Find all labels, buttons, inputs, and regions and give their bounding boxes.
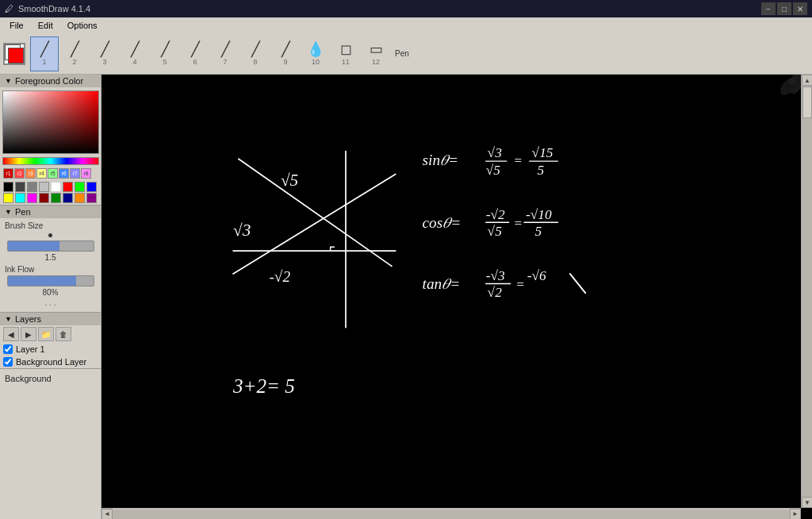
brush-size-slider[interactable] bbox=[7, 240, 94, 252]
tool-pen-4[interactable]: ╱ 4 bbox=[121, 37, 149, 71]
horizontal-scrollbar[interactable]: ◄ ► bbox=[102, 508, 801, 519]
hue-slider[interactable] bbox=[2, 157, 99, 165]
foreground-color-header[interactable]: ▼ Foreground Color bbox=[0, 75, 101, 87]
svg-line-8 bbox=[233, 175, 396, 275]
tool-dropper[interactable]: 💧 10 bbox=[301, 37, 330, 71]
close-button[interactable]: ✕ bbox=[793, 2, 807, 15]
layers-label: Layers bbox=[15, 314, 41, 324]
pen-icon-7: ╱ bbox=[221, 42, 230, 56]
minimize-button[interactable]: − bbox=[761, 2, 776, 15]
swatch-blue[interactable] bbox=[86, 182, 97, 192]
background-color-box[interactable] bbox=[8, 48, 24, 63]
tool-pen-3[interactable]: ╱ 3 bbox=[90, 37, 119, 71]
pen-icon-8: ╱ bbox=[251, 42, 260, 56]
ink-flow-label: Ink Flow bbox=[5, 265, 96, 274]
svg-text:tan𝜃=: tan𝜃= bbox=[423, 275, 461, 292]
named-swatch-r8[interactable]: r8 bbox=[81, 168, 91, 179]
layers-header[interactable]: ▼ Layers bbox=[0, 313, 101, 325]
swatch-purple[interactable] bbox=[86, 193, 97, 203]
layers-toolbar: ◀ ▶ 📁 🗑 bbox=[0, 325, 101, 343]
color-gradient-picker[interactable] bbox=[2, 90, 99, 154]
swatch-orange[interactable] bbox=[75, 193, 85, 203]
background-layer-item[interactable]: Background Layer bbox=[0, 356, 101, 368]
svg-text:-√6: -√6 bbox=[527, 268, 546, 283]
svg-text:5: 5 bbox=[534, 224, 542, 239]
brush-size-value: 1.5 bbox=[5, 253, 96, 262]
named-swatch-r2[interactable]: r2 bbox=[14, 168, 25, 179]
svg-text:-√2: -√2 bbox=[269, 268, 290, 285]
swatch-gray[interactable] bbox=[27, 182, 37, 192]
named-swatches: r1 r2 r3 r4 r5 r6 r7 r8 bbox=[0, 167, 101, 180]
swatch-dark-gray[interactable] bbox=[15, 182, 25, 192]
menubar: File Edit Options bbox=[0, 17, 812, 33]
named-swatch-r1[interactable]: r1 bbox=[3, 168, 13, 179]
color-selector[interactable] bbox=[3, 43, 25, 65]
svg-line-36 bbox=[570, 274, 585, 293]
color-swatches bbox=[0, 180, 101, 205]
layer-move-right-button[interactable]: ▶ bbox=[21, 327, 36, 341]
menu-file[interactable]: File bbox=[3, 19, 30, 32]
pen-icon-3: ╱ bbox=[101, 42, 109, 56]
swatch-magenta[interactable] bbox=[27, 193, 37, 203]
layer-1-visibility[interactable] bbox=[3, 344, 13, 354]
scroll-left-button[interactable]: ◄ bbox=[102, 509, 113, 520]
tool-pen-6[interactable]: ╱ 6 bbox=[181, 37, 209, 71]
tool-pen-7[interactable]: ╱ 7 bbox=[211, 37, 239, 71]
pen-icon-4: ╱ bbox=[131, 42, 140, 56]
swatch-dark-blue[interactable] bbox=[63, 193, 73, 203]
svg-text:=: = bbox=[514, 216, 522, 231]
background-label-area: Background bbox=[0, 369, 101, 385]
named-swatch-r3[interactable]: r3 bbox=[25, 168, 36, 179]
scroll-thumb-v[interactable] bbox=[802, 86, 812, 118]
swatch-yellow[interactable] bbox=[3, 193, 13, 203]
swatch-black[interactable] bbox=[3, 182, 13, 192]
layer-1-item[interactable]: Layer 1 bbox=[0, 343, 101, 356]
ink-flow-slider[interactable] bbox=[7, 275, 94, 286]
canvas-area[interactable]: √5 √3 -√2 sin𝜃= √3 √5 = √15 5 cos𝜃= -√2 bbox=[102, 75, 812, 519]
scroll-up-button[interactable]: ▲ bbox=[802, 75, 812, 86]
layer-move-left-button[interactable]: ◀ bbox=[3, 327, 19, 341]
swatch-dark-green[interactable] bbox=[51, 193, 61, 203]
svg-text:√5: √5 bbox=[486, 163, 501, 178]
named-swatch-r7[interactable]: r7 bbox=[70, 168, 80, 179]
pen-header[interactable]: ▼ Pen bbox=[0, 206, 101, 218]
tool-pen-5[interactable]: ╱ 5 bbox=[151, 37, 179, 71]
vertical-scrollbar[interactable]: ▲ ▼ bbox=[801, 75, 812, 508]
tool-pen-1[interactable]: ╱ 1 bbox=[30, 37, 59, 71]
menu-edit[interactable]: Edit bbox=[32, 19, 59, 32]
named-swatch-r5[interactable]: r5 bbox=[48, 168, 58, 179]
menu-options[interactable]: Options bbox=[61, 19, 104, 32]
arrow-icon: ▼ bbox=[5, 77, 12, 85]
drawing-svg: √5 √3 -√2 sin𝜃= √3 √5 = √15 5 cos𝜃= -√2 bbox=[102, 75, 812, 519]
tool-eraser[interactable]: ◻ 11 bbox=[331, 37, 360, 71]
main-area: ▼ Foreground Color r1 r2 r3 r4 r5 r6 r7 … bbox=[0, 75, 812, 519]
swatch-white[interactable] bbox=[51, 182, 61, 192]
background-label: Background bbox=[5, 374, 52, 383]
swatch-dark-red[interactable] bbox=[39, 193, 49, 203]
more-options-dots[interactable]: . . . bbox=[5, 298, 96, 307]
tool-pen-8[interactable]: ╱ 8 bbox=[241, 37, 270, 71]
foreground-color-section: ▼ Foreground Color r1 r2 r3 r4 r5 r6 r7 … bbox=[0, 75, 101, 206]
swatch-light-gray[interactable] bbox=[39, 182, 49, 192]
named-swatch-r4[interactable]: r4 bbox=[36, 168, 47, 179]
swatch-cyan[interactable] bbox=[15, 193, 25, 203]
tool-fill[interactable]: ▭ 12 bbox=[362, 37, 390, 71]
layer-folder-button[interactable]: 📁 bbox=[38, 327, 54, 341]
layer-1-name: Layer 1 bbox=[16, 344, 45, 354]
svg-text:√3: √3 bbox=[488, 145, 503, 160]
pen-arrow-icon: ▼ bbox=[5, 208, 12, 216]
fill-icon: ▭ bbox=[370, 42, 383, 56]
scroll-right-button[interactable]: ► bbox=[790, 509, 801, 520]
background-layer-visibility[interactable] bbox=[3, 357, 13, 367]
swatch-red[interactable] bbox=[63, 182, 73, 192]
layer-delete-button[interactable]: 🗑 bbox=[56, 327, 71, 341]
maximize-button[interactable]: □ bbox=[777, 2, 791, 15]
svg-text:√15: √15 bbox=[532, 145, 553, 160]
tool-pen-2[interactable]: ╱ 2 bbox=[60, 37, 89, 71]
titlebar: 🖊 SmoothDraw 4.1.4 − □ ✕ bbox=[0, 0, 812, 17]
tool-pen-9[interactable]: ╱ 9 bbox=[271, 37, 300, 71]
named-swatch-r6[interactable]: r6 bbox=[59, 168, 69, 179]
scroll-down-button[interactable]: ▼ bbox=[802, 497, 812, 508]
swatch-green[interactable] bbox=[75, 182, 85, 192]
scroll-track-v bbox=[802, 86, 812, 497]
